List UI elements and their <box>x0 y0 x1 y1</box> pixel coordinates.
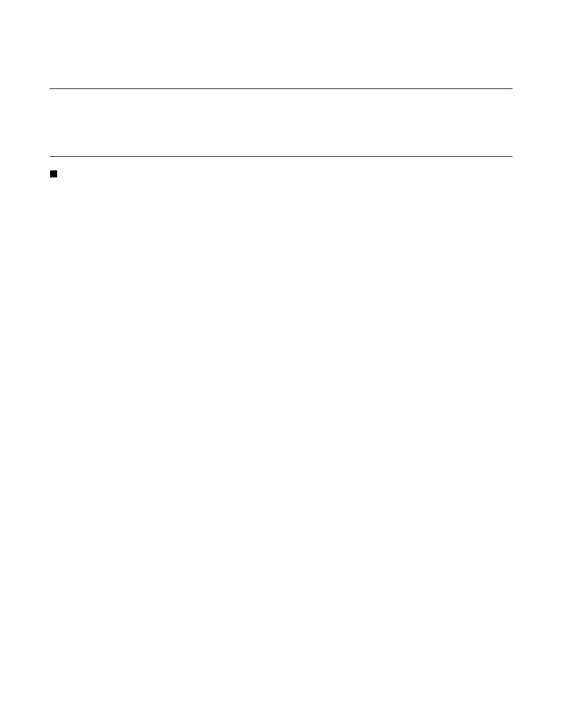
square-bullet-icon <box>50 170 57 177</box>
document-page <box>0 0 562 728</box>
divider-top <box>49 88 513 89</box>
divider-section <box>49 156 513 157</box>
